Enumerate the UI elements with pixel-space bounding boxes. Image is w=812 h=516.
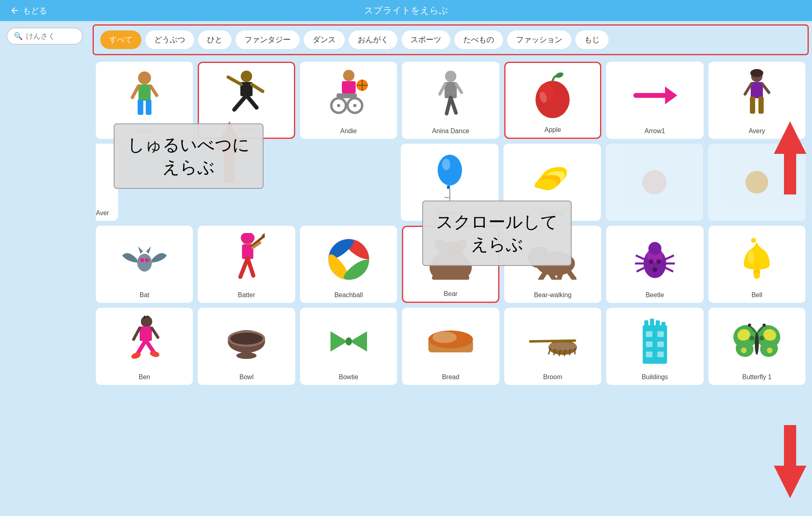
arrow-up-right xyxy=(774,121,806,196)
svg-point-98 xyxy=(751,238,756,243)
sidebar: 🔍 xyxy=(0,21,89,516)
sprite-label-broom: Broom xyxy=(543,374,562,381)
sprite-label-anina: Anina Dance xyxy=(432,127,469,135)
sprite-card-beetle[interactable]: Beetle xyxy=(606,226,703,303)
cat-btn-people[interactable]: ひと xyxy=(198,30,231,49)
svg-line-106 xyxy=(138,340,146,354)
svg-rect-37 xyxy=(750,97,755,114)
sprite-card-bread[interactable]: Bread xyxy=(402,308,499,385)
svg-point-97 xyxy=(754,272,760,279)
tooltip-category: しゅるいべつにえらぶ xyxy=(114,123,263,189)
sprite-card-bat[interactable]: Bat xyxy=(96,226,193,303)
cat-btn-animals[interactable]: どうぶつ xyxy=(145,30,194,49)
cat-btn-sports[interactable]: スポーツ xyxy=(402,30,450,49)
sprite-card-bowtie[interactable]: Bowtie xyxy=(300,308,397,385)
sprite-card-buildings[interactable]: Buildings xyxy=(606,308,703,385)
svg-point-100 xyxy=(141,316,152,327)
svg-point-41 xyxy=(438,155,462,186)
svg-point-86 xyxy=(648,242,661,255)
sprite-card-apple[interactable]: Apple xyxy=(504,62,601,139)
sprite-label-bowtie: Bowtie xyxy=(339,374,358,381)
sprite-card-ben[interactable]: Ben xyxy=(96,308,193,385)
sprite-img-buildings xyxy=(609,312,700,371)
cat-btn-all[interactable]: すべて xyxy=(100,30,141,49)
sprite-label-bear-walking: Bear-walking xyxy=(534,291,571,299)
sprite-label-batter: Batter xyxy=(238,291,255,299)
svg-line-105 xyxy=(152,328,158,337)
svg-rect-131 xyxy=(644,320,648,328)
svg-point-51 xyxy=(145,258,149,262)
sprite-img-bowtie xyxy=(303,312,394,371)
sprite-img-apple xyxy=(509,67,597,124)
sprite-card-bell[interactable]: Bell xyxy=(708,226,806,303)
svg-rect-134 xyxy=(661,322,665,328)
sprite-img-butterfly1 xyxy=(712,312,802,371)
svg-point-146 xyxy=(741,348,747,353)
svg-marker-115 xyxy=(330,331,348,352)
svg-line-56 xyxy=(248,258,253,276)
svg-rect-139 xyxy=(646,352,652,357)
cat-btn-fashion[interactable]: ファッション xyxy=(507,30,571,49)
sprite-label-bear: Bear xyxy=(444,290,458,298)
svg-marker-49 xyxy=(146,246,151,254)
svg-rect-3 xyxy=(146,99,151,115)
svg-line-83 xyxy=(569,272,574,279)
svg-rect-133 xyxy=(656,320,660,328)
cat-btn-fantasy[interactable]: ファンタジー xyxy=(235,30,300,49)
sprite-label-butterfly1: Butterfly 1 xyxy=(742,374,771,381)
svg-point-6 xyxy=(241,71,252,82)
svg-point-35 xyxy=(750,69,763,77)
cat-btn-dance[interactable]: ダンス xyxy=(304,30,345,49)
sprite-card-bowl[interactable]: Bowl xyxy=(198,308,295,385)
svg-marker-157 xyxy=(774,121,806,194)
svg-line-39 xyxy=(745,84,752,94)
svg-point-117 xyxy=(346,337,352,345)
svg-rect-135 xyxy=(646,331,652,337)
sprite-label-bat: Bat xyxy=(140,291,149,299)
sprite-card-partial2 xyxy=(606,144,703,221)
search-input[interactable] xyxy=(26,32,76,41)
sprite-card-butterfly1[interactable]: Butterfly 1 xyxy=(708,308,806,385)
cat-btn-letters[interactable]: もじ xyxy=(575,30,609,49)
sprite-img-batter xyxy=(201,230,292,289)
search-box[interactable]: 🔍 xyxy=(6,28,83,45)
svg-point-12 xyxy=(343,70,354,81)
grid-wrapper: Abby xyxy=(89,58,812,516)
cat-btn-music[interactable]: おんがく xyxy=(349,30,397,49)
header: もどる スプライトをえらぶ xyxy=(0,0,812,21)
sprite-label-bowl: Bowl xyxy=(240,374,254,381)
sprite-img-balloon1 xyxy=(404,148,495,207)
sprite-label-avery: Avery xyxy=(749,127,765,135)
svg-line-92 xyxy=(637,268,645,272)
sprite-card-anina[interactable]: Anina Dance xyxy=(402,62,499,139)
svg-point-42 xyxy=(442,159,450,170)
svg-point-149 xyxy=(755,332,759,355)
sprite-img-andie xyxy=(303,66,394,125)
sprite-label-buildings: Buildings xyxy=(641,374,668,381)
svg-line-4 xyxy=(132,86,138,97)
svg-line-90 xyxy=(636,255,645,259)
category-bar: すべて どうぶつ ひと ファンタジー ダンス おんがく スポーツ たべもの ファ… xyxy=(100,30,801,49)
back-button[interactable]: もどる xyxy=(10,5,47,16)
svg-line-104 xyxy=(134,328,140,339)
svg-rect-138 xyxy=(657,341,664,347)
svg-point-50 xyxy=(140,258,144,262)
tooltip-category-text: しゅるいべつにえらぶ xyxy=(127,135,250,177)
svg-rect-38 xyxy=(758,97,764,114)
sprite-img-ben xyxy=(99,312,190,371)
sprite-img-arrow1 xyxy=(609,66,700,125)
sprite-card-batter[interactable]: Batter xyxy=(198,226,295,303)
sprite-img-broom xyxy=(508,312,598,371)
svg-line-26 xyxy=(440,84,445,94)
sprite-card-andie[interactable]: Andie xyxy=(300,62,397,139)
svg-point-148 xyxy=(767,348,773,353)
cat-btn-food[interactable]: たべもの xyxy=(454,30,503,49)
svg-point-89 xyxy=(652,267,657,272)
sprite-card-broom[interactable]: Broom xyxy=(504,308,601,385)
svg-point-112 xyxy=(230,332,263,345)
sprite-card-beachball[interactable]: Beachball xyxy=(300,226,397,303)
svg-line-11 xyxy=(252,84,263,91)
svg-point-123 xyxy=(549,342,577,350)
sprite-card-arrow1[interactable]: Arrow1 xyxy=(606,62,703,139)
svg-point-30 xyxy=(555,71,564,79)
